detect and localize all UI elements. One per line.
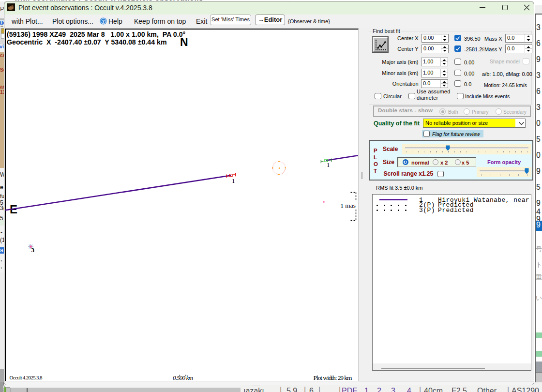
svg-text:1: 1: [327, 161, 330, 168]
svg-text:1: 1: [232, 177, 235, 184]
svg-text:Occult 4.2025.3.8: Occult 4.2025.3.8: [10, 375, 43, 380]
svg-text:3: 3: [31, 246, 35, 254]
svg-text:?: ?: [102, 19, 105, 24]
svg-text:1 mas: 1 mas: [340, 202, 356, 209]
